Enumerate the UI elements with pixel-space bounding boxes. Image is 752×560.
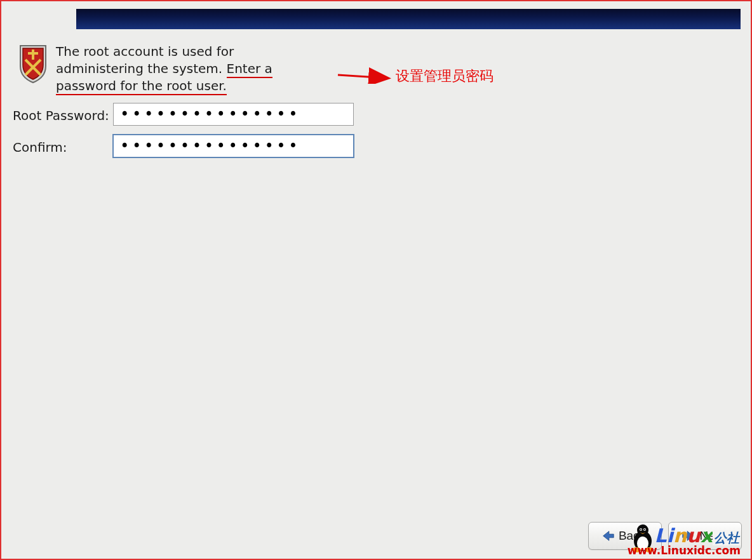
next-button[interactable]: Next [668, 522, 742, 550]
annotation-text: 设置管理员密码 [396, 67, 493, 86]
next-button-label: Next [699, 529, 724, 543]
svg-line-2 [338, 75, 387, 78]
root-password-input[interactable] [113, 103, 354, 126]
arrow-right-icon [682, 529, 695, 543]
back-button-label: Back [619, 529, 645, 543]
shield-icon [18, 43, 48, 84]
arrow-left-icon [601, 529, 615, 543]
header-banner [76, 9, 741, 29]
intro-text-plain: The root account is used for administeri… [56, 44, 234, 76]
intro-text: The root account is used for administeri… [56, 43, 320, 95]
confirm-password-input[interactable] [113, 135, 354, 157]
intro-row: The root account is used for administeri… [18, 43, 320, 95]
confirm-password-row: Confirm: [13, 135, 354, 157]
annotation-arrow-icon [335, 66, 396, 84]
svg-rect-1 [28, 52, 38, 55]
root-password-row: Root Password: [13, 103, 354, 126]
back-button[interactable]: Back [588, 522, 662, 550]
nav-buttons: Back Next [588, 522, 742, 550]
confirm-password-label: Confirm: [13, 137, 113, 155]
password-form: Root Password: Confirm: [13, 103, 354, 166]
root-password-label: Root Password: [13, 105, 113, 123]
